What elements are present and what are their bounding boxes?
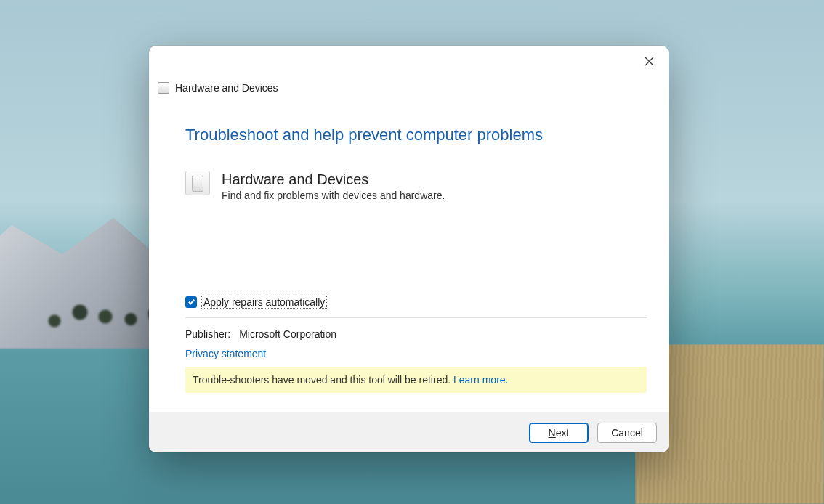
troubleshooter-entry: Hardware and Devices Find and fix proble… — [185, 171, 647, 201]
publisher-value: Microsoft Corporation — [239, 328, 336, 340]
troubleshooter-dialog: Hardware and Devices Troubleshoot and he… — [149, 46, 669, 452]
device-small-icon — [158, 82, 169, 94]
page-heading: Troubleshoot and help prevent computer p… — [185, 126, 647, 145]
close-button[interactable] — [638, 52, 660, 73]
cancel-button[interactable]: Cancel — [597, 423, 657, 443]
next-button-accel: N — [549, 427, 556, 439]
apply-repairs-label[interactable]: Apply repairs automatically — [201, 296, 327, 309]
dialog-body: Hardware and Devices Troubleshoot and he… — [149, 46, 669, 412]
dialog-footer: Next Cancel — [149, 412, 669, 452]
notice-text: Trouble-shooters have moved and this too… — [193, 374, 453, 386]
publisher-row: Publisher: Microsoft Corporation — [185, 328, 647, 340]
content-area: Troubleshoot and help prevent computer p… — [185, 126, 647, 201]
troubleshooter-text: Hardware and Devices Find and fix proble… — [222, 171, 445, 201]
privacy-statement-link[interactable]: Privacy statement — [185, 348, 266, 359]
next-button[interactable]: Next — [529, 423, 589, 443]
window-title: Hardware and Devices — [175, 82, 278, 94]
next-button-rest: ext — [556, 427, 570, 439]
apply-repairs-checkbox[interactable] — [185, 296, 197, 308]
retirement-notice: Trouble-shooters have moved and this too… — [185, 367, 647, 393]
learn-more-link[interactable]: Learn more. — [453, 374, 508, 386]
apply-repairs-row: Apply repairs automatically — [185, 296, 647, 318]
troubleshooter-description: Find and fix problems with devices and h… — [222, 190, 445, 201]
check-icon — [187, 296, 195, 308]
advanced-area: Apply repairs automatically Publisher: M… — [185, 296, 647, 393]
troubleshooter-name: Hardware and Devices — [222, 171, 445, 188]
device-large-icon — [185, 171, 210, 195]
close-icon — [645, 56, 654, 69]
breadcrumb: Hardware and Devices — [158, 82, 278, 94]
publisher-label: Publisher: — [185, 328, 230, 340]
